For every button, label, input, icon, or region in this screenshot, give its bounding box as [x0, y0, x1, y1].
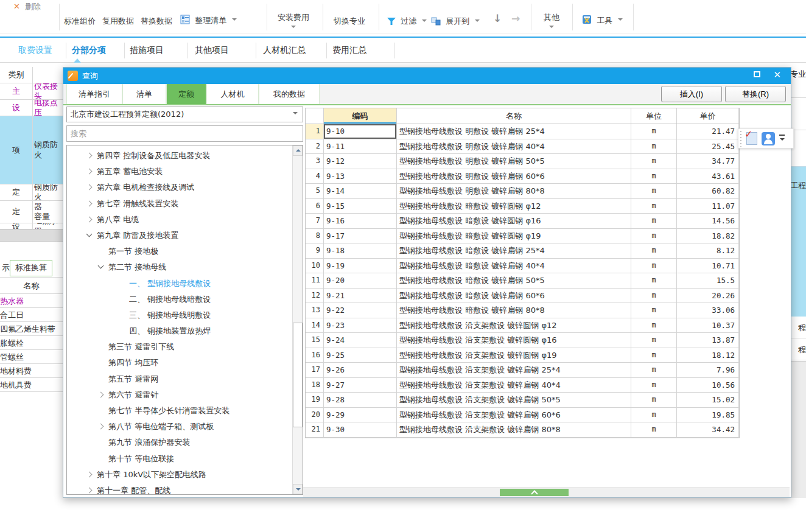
code-cell[interactable]: 9-27: [324, 378, 397, 393]
table-row[interactable]: 209-29型钢接地母线敷设 沿支架敷设 镀锌扁钢 60*6m19.85: [306, 408, 739, 423]
name-cell[interactable]: 型钢接地母线敷设 暗敷设 镀锌圆钢 φ16: [397, 214, 631, 228]
name-cell[interactable]: 型钢接地母线敷设 沿支架敷设 镀锌扁钢 60*6: [397, 408, 631, 422]
main-tab-1[interactable]: 取费设置: [18, 45, 52, 56]
main-tab-2[interactable]: 分部分项: [72, 45, 106, 56]
dialog-titlebar[interactable]: 查询 ✕: [63, 68, 791, 84]
table-row[interactable]: 99-18型钢接地母线敷设 暗敷设 镀锌扁钢 25*4m8.12: [306, 243, 739, 259]
move-down-arrow-button[interactable]: ↓: [493, 12, 502, 24]
table-row[interactable]: 199-28型钢接地母线敷设 沿支架敷设 镀锌扁钢 50*5m15.02: [306, 393, 739, 408]
code-cell[interactable]: 9-23: [324, 318, 397, 333]
name-cell[interactable]: 型钢接地母线敷设 沿支架敷设 镀锌扁钢 50*5: [397, 393, 631, 407]
insert-button[interactable]: 插入(I): [661, 86, 722, 102]
main-tab-6[interactable]: 费用汇总: [332, 45, 366, 56]
name-cell[interactable]: 型钢接地母线敷设 暗敷设 镀锌圆钢 φ19: [397, 229, 631, 243]
name-cell[interactable]: 型钢接地母线敷设 暗敷设 镀锌扁钢 60*6: [397, 289, 631, 303]
code-cell[interactable]: 9-17: [324, 229, 397, 243]
drag-handle-icon[interactable]: [740, 131, 743, 147]
dialog-tab-1[interactable]: 清单指引: [66, 84, 122, 104]
tree-item[interactable]: 二、 铜接地母线暗敷设: [67, 292, 292, 307]
table-row[interactable]: 29-11型钢接地母线敷设 明敷设 镀锌扁钢 40*4m25.45: [306, 139, 739, 155]
minimize-button[interactable]: [754, 71, 760, 77]
code-cell[interactable]: 9-25: [324, 348, 397, 363]
filter-button[interactable]: 过滤: [387, 16, 427, 27]
switch-major-button[interactable]: 切换专业: [334, 16, 365, 27]
tree-item[interactable]: 第一节 接地极: [67, 243, 292, 259]
collapse-panel-button[interactable]: [500, 489, 569, 496]
code-cell[interactable]: 9-28: [324, 393, 397, 407]
tree-item[interactable]: 一、 型钢接地母线敷设: [67, 276, 292, 292]
name-cell[interactable]: 型钢接地母线敷设 沿支架敷设 镀锌扁钢 25*4: [397, 363, 631, 377]
table-row[interactable]: 69-15型钢接地母线敷设 暗敷设 镀锌圆钢 φ12m11.07: [306, 199, 739, 214]
move-right-arrow-button[interactable]: →: [511, 12, 520, 24]
name-cell[interactable]: 型钢接地母线敷设 暗敷设 镀锌扁钢 40*4: [397, 259, 631, 273]
tree-item[interactable]: 第七节 半导体少长针消雷装置安装: [67, 403, 292, 419]
table-row[interactable]: 129-21型钢接地母线敷设 暗敷设 镀锌扁钢 60*6m20.26: [306, 289, 739, 304]
code-cell[interactable]: 9-14: [324, 184, 397, 198]
mini-toolbar-controls[interactable]: [779, 135, 785, 143]
tree-item[interactable]: 三、 铜接地母线明敷设: [67, 307, 292, 323]
main-tab-5[interactable]: 人材机汇总: [263, 45, 306, 56]
doc-check-icon[interactable]: [746, 132, 757, 145]
dialog-tab-5[interactable]: 我的数据: [259, 84, 320, 104]
tree-item[interactable]: 第五章 蓄电池安装: [67, 164, 292, 180]
name-cell[interactable]: 型钢接地母线敷设 明敷设 镀锌扁钢 60*6: [397, 169, 631, 184]
price-column-header[interactable]: 单价: [677, 108, 739, 124]
code-cell[interactable]: 9-20: [324, 273, 397, 288]
table-row[interactable]: 89-17型钢接地母线敷设 暗敷设 镀锌圆钢 φ19m18.82: [306, 229, 739, 244]
code-column-header[interactable]: 编码: [324, 108, 397, 124]
tree-item[interactable]: 第八节 等电位端子箱、测试板: [67, 419, 292, 435]
name-cell[interactable]: 型钢接地母线敷设 暗敷设 镀锌扁钢 50*5: [397, 273, 631, 288]
scroll-down-icon[interactable]: [293, 484, 303, 494]
tree-item[interactable]: 第十章 10kV以下架空配电线路: [67, 467, 292, 483]
close-icon[interactable]: ✕: [773, 69, 781, 80]
tree-item[interactable]: 第六章 电机检查接线及调试: [67, 180, 292, 195]
name-cell[interactable]: 型钢接地母线敷设 暗敷设 镀锌扁钢 80*8: [397, 303, 631, 318]
tree-item[interactable]: 第九章 防雷及接地装置: [67, 228, 292, 243]
organize-list-button[interactable]: 整理清单: [180, 15, 237, 26]
code-cell[interactable]: 9-10: [324, 124, 397, 139]
name-cell[interactable]: 型钢接地母线敷设 明敷设 镀锌扁钢 80*8: [397, 184, 631, 198]
main-tab-4[interactable]: 其他项目: [195, 45, 229, 56]
table-row[interactable]: 219-30型钢接地母线敷设 沿支架敷设 镀锌扁钢 80*8m34.42: [306, 422, 739, 438]
table-row[interactable]: 19-10型钢接地母线敷设 明敷设 镀锌扁钢 25*4m21.47: [306, 124, 739, 139]
name-cell[interactable]: 型钢接地母线敷设 明敷设 镀锌扁钢 25*4: [397, 124, 631, 139]
scroll-up-icon[interactable]: [293, 145, 303, 156]
code-cell[interactable]: 9-29: [324, 408, 397, 422]
tab-standard-conversion[interactable]: 标准换算: [10, 260, 52, 276]
replace-button[interactable]: 替换(R): [725, 86, 786, 102]
name-cell[interactable]: 型钢接地母线敷设 明敷设 镀锌扁钢 40*4: [397, 139, 631, 154]
code-cell[interactable]: 9-21: [324, 289, 397, 303]
user-icon[interactable]: [762, 132, 775, 145]
name-cell[interactable]: 型钢接地母线敷设 暗敷设 镀锌扁钢 25*4: [397, 243, 631, 258]
reuse-data-button[interactable]: 复用数据: [102, 16, 134, 27]
name-cell[interactable]: 型钢接地母线敷设 沿支架敷设 镀锌圆钢 φ19: [397, 348, 631, 363]
name-cell[interactable]: 型钢接地母线敷设 沿支架敷设 镀锌扁钢 80*8: [397, 422, 631, 437]
tree-item[interactable]: 第九节 浪涌保护器安装: [67, 435, 292, 450]
table-row[interactable]: 169-25型钢接地母线敷设 沿支架敷设 镀锌圆钢 φ19m18.12: [306, 348, 739, 363]
name-cell[interactable]: 型钢接地母线敷设 暗敷设 镀锌圆钢 φ12: [397, 199, 631, 214]
install-fee-button[interactable]: 安装费用: [275, 12, 312, 30]
other-button[interactable]: 其他: [539, 12, 564, 30]
tree-item[interactable]: 第十节 等电位联接: [67, 451, 292, 467]
tree-item[interactable]: 第三节 避雷引下线: [67, 339, 292, 355]
code-cell[interactable]: 9-11: [324, 139, 397, 154]
table-row[interactable]: 179-26型钢接地母线敷设 沿支架敷设 镀锌扁钢 25*4m7.96: [306, 363, 739, 378]
splitter-bar[interactable]: [0, 229, 63, 242]
code-cell[interactable]: 9-16: [324, 214, 397, 228]
code-cell[interactable]: 9-18: [324, 243, 397, 258]
delete-button[interactable]: ✕ 删除: [13, 1, 41, 12]
code-cell[interactable]: 9-12: [324, 154, 397, 169]
table-row[interactable]: 79-16型钢接地母线敷设 暗敷设 镀锌圆钢 φ16m14.56: [306, 214, 739, 229]
table-row[interactable]: 59-14型钢接地母线敷设 明敷设 镀锌扁钢 80*8m60.82: [306, 184, 739, 199]
table-row[interactable]: 109-19型钢接地母线敷设 暗敷设 镀锌扁钢 40*4m10.71: [306, 259, 739, 274]
name-column-header[interactable]: 名称: [397, 108, 631, 124]
quota-library-select[interactable]: 北京市建设工程预算定额(2012): [66, 107, 303, 122]
search-input[interactable]: [66, 125, 303, 142]
code-cell[interactable]: 9-30: [324, 422, 397, 437]
tree-item[interactable]: 第七章 滑触线装置安装: [67, 196, 292, 212]
tree-item[interactable]: 第四章 控制设备及低压电器安装: [67, 148, 292, 164]
code-cell[interactable]: 9-26: [324, 363, 397, 377]
tree-item[interactable]: 第六节 避雷针: [67, 387, 292, 403]
code-cell[interactable]: 9-24: [324, 333, 397, 348]
name-cell[interactable]: 型钢接地母线敷设 沿支架敷设 镀锌圆钢 φ16: [397, 333, 631, 348]
